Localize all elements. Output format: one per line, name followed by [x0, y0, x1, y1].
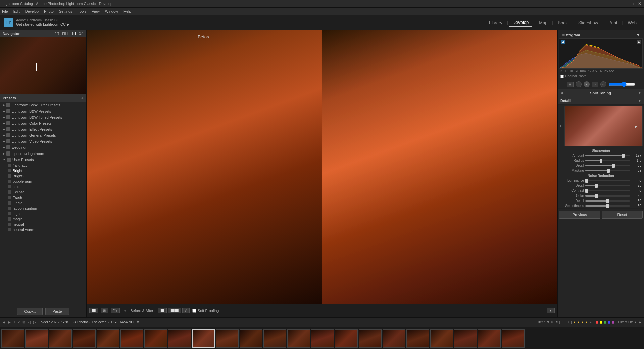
thumb-4[interactable]	[73, 329, 96, 348]
lum-contrast-thumb[interactable]	[585, 189, 588, 193]
filter-color-red[interactable]	[596, 321, 598, 324]
view-icon-circle2[interactable]: ●	[584, 81, 590, 87]
filter-flag-rejected[interactable]: ⚑	[546, 320, 549, 324]
thumb-18[interactable]	[406, 329, 429, 348]
copy-button[interactable]: Copy...	[17, 308, 43, 315]
reset-button[interactable]: Reset	[602, 211, 643, 219]
preset-item-cold[interactable]: cold	[0, 184, 86, 189]
thumb-9-selected[interactable]	[192, 329, 215, 348]
zoom-3-1[interactable]: 3:1	[79, 32, 84, 36]
filter-star4[interactable]: ★	[585, 321, 588, 324]
lum-detail-slider[interactable]	[585, 185, 630, 186]
thumb-8[interactable]	[168, 329, 191, 348]
preset-group-header[interactable]: ▶ wedding	[0, 144, 86, 150]
filters-off[interactable]: Filters Off	[618, 320, 633, 324]
filter-color-yellow[interactable]	[600, 321, 602, 324]
thumb-2[interactable]	[25, 329, 48, 348]
preset-item-neutral[interactable]: neutral	[0, 222, 86, 227]
navigator-header[interactable]: Navigator FIT FILL 1:1 3:1	[0, 30, 86, 37]
luminance-slider[interactable]	[585, 180, 630, 181]
menu-tools[interactable]: Tools	[78, 9, 87, 13]
radius-slider[interactable]	[585, 160, 630, 161]
filter-sort1[interactable]: ↑↓	[561, 320, 565, 324]
color-slider[interactable]	[585, 195, 630, 197]
highlight-clipping-indicator[interactable]: ▶	[637, 40, 641, 44]
thumb-11[interactable]	[240, 329, 262, 348]
soft-proofing-toggle[interactable]: Soft Proofing	[192, 309, 219, 313]
app-tagline[interactable]: Get started with Lightroom CC ▶	[16, 22, 69, 27]
preset-item-jungle[interactable]: jungle	[0, 200, 86, 206]
shadow-clipping-indicator[interactable]: ◀	[561, 40, 565, 44]
radius-thumb[interactable]	[600, 159, 602, 163]
luminance-thumb[interactable]	[585, 179, 588, 183]
preset-item-magic[interactable]: magic	[0, 216, 86, 222]
module-web[interactable]: Web	[625, 19, 640, 27]
menu-file[interactable]: File	[2, 9, 8, 13]
module-library[interactable]: Library	[486, 19, 506, 27]
add-preset-button[interactable]: +	[81, 95, 84, 101]
preset-item-eclipse[interactable]: Eclipse	[0, 189, 86, 195]
filmstrip-nav-next2[interactable]: ▷	[33, 320, 36, 324]
crop-btn[interactable]: ⬜	[89, 308, 98, 313]
preset-item-bright[interactable]: Bright	[0, 168, 86, 173]
thumb-7[interactable]	[144, 329, 167, 348]
preset-group-header[interactable]: ▶ Lightroom B&W Toned Presets	[0, 114, 86, 120]
module-print[interactable]: Print	[605, 19, 621, 27]
detail-thumb[interactable]	[612, 164, 615, 168]
filter-flag-flagged[interactable]: ⚑	[555, 320, 558, 324]
view-icon-rect[interactable]: □	[592, 82, 598, 87]
filter-star1[interactable]: ★	[573, 321, 576, 324]
menu-develop[interactable]: Develop	[25, 9, 39, 13]
ba-side-btn[interactable]: ⬜⬜	[168, 308, 181, 313]
filmstrip-expand[interactable]: ▲	[634, 320, 637, 324]
thumb-5[interactable]	[97, 329, 119, 348]
preset-group-header[interactable]: ▶ Lightroom Color Presets	[0, 120, 86, 126]
smoothness-thumb[interactable]	[606, 204, 609, 208]
detail-panel-expand[interactable]: ▶	[635, 124, 637, 129]
filmstrip-more[interactable]: ▶	[639, 320, 641, 324]
view-mode-btn[interactable]: ⊞	[101, 308, 108, 313]
filter-star2[interactable]: ★	[577, 321, 580, 324]
histogram-header[interactable]: Histogram ▼	[559, 32, 643, 38]
menu-edit[interactable]: Edit	[13, 9, 20, 13]
presets-header[interactable]: Presets +	[0, 94, 86, 102]
filter-star5[interactable]: ★	[589, 320, 592, 324]
thumb-14[interactable]	[311, 329, 334, 348]
filmstrip-nav-prev[interactable]: ◀	[3, 320, 5, 324]
preset-group-header[interactable]: ▶ Lightroom B&W Filter Presets	[0, 102, 86, 108]
module-book[interactable]: Book	[554, 19, 571, 27]
close-button[interactable]: ✕	[638, 1, 641, 6]
masking-slider[interactable]	[585, 170, 630, 171]
preset-group-header[interactable]: ▶ Lightroom B&W Presets	[0, 108, 86, 114]
filmstrip-nav-next[interactable]: ▶	[8, 320, 11, 324]
detail-slider[interactable]	[585, 165, 630, 166]
masking-thumb[interactable]	[607, 169, 610, 173]
amount-thumb[interactable]	[622, 154, 625, 158]
window-controls[interactable]: ─ □ ✕	[629, 1, 641, 6]
filename-dropdown[interactable]: ▼	[136, 320, 140, 324]
thumb-22[interactable]	[502, 329, 525, 348]
thumb-16[interactable]	[359, 329, 382, 348]
module-slideshow[interactable]: Slideshow	[575, 19, 601, 27]
filter-star3[interactable]: ★	[581, 321, 584, 324]
zoom-fill[interactable]: FILL	[62, 32, 69, 36]
preset-group-header[interactable]: ▶ Lightroom General Presets	[0, 132, 86, 138]
color-detail-thumb[interactable]	[606, 199, 609, 203]
zoom-1-1[interactable]: 1:1	[71, 32, 76, 36]
menu-photo[interactable]: Photo	[44, 9, 54, 13]
zoom-fit[interactable]: FIT	[54, 32, 59, 36]
thumb-15[interactable]	[335, 329, 358, 348]
crosshair-icon[interactable]: ✛	[559, 124, 563, 128]
thumb-10[interactable]	[216, 329, 239, 348]
menu-view[interactable]: View	[92, 9, 100, 13]
detail-arrow[interactable]: ▼	[638, 99, 641, 103]
minimize-button[interactable]: ─	[629, 1, 632, 6]
detail-header[interactable]: Detail ▼	[558, 97, 644, 105]
lum-contrast-slider[interactable]	[585, 190, 630, 191]
lum-detail-thumb[interactable]	[595, 184, 598, 188]
original-photo-checkbox[interactable]	[560, 75, 564, 78]
filter-flag-unflagged[interactable]: ⚐	[551, 320, 554, 324]
menu-settings[interactable]: Settings	[59, 9, 72, 13]
filmstrip-nav-prev2[interactable]: ◁	[28, 320, 31, 324]
zoom-controls[interactable]: FIT FILL 1:1 3:1	[54, 32, 84, 36]
